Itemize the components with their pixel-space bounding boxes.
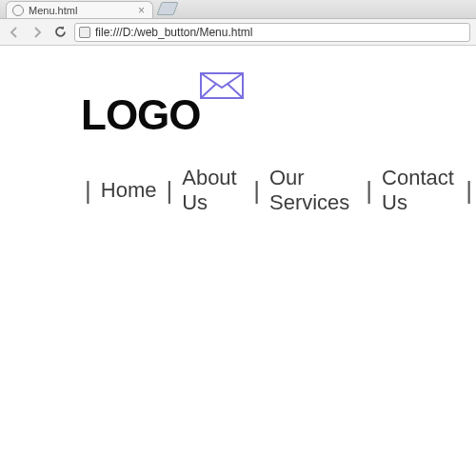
menu-separator: |	[81, 176, 95, 206]
tab-close-icon[interactable]: ×	[138, 4, 145, 17]
browser-tab[interactable]: Menu.html ×	[6, 1, 153, 18]
tab-favicon	[12, 5, 24, 16]
logo-area: LOGO	[81, 74, 201, 139]
menu-item-about[interactable]: About Us	[176, 166, 249, 215]
page-content: LOGO | Home | About Us | Our Services | …	[0, 46, 476, 215]
url-text: file:///D:/web_button/Menu.html	[95, 26, 252, 39]
menu-separator: |	[249, 176, 264, 206]
tab-title: Menu.html	[29, 5, 134, 16]
reload-button[interactable]	[51, 24, 69, 41]
menu-item-services[interactable]: Our Services	[264, 166, 362, 215]
page-icon	[79, 27, 90, 38]
browser-toolbar: file:///D:/web_button/Menu.html	[0, 19, 476, 46]
address-bar[interactable]: file:///D:/web_button/Menu.html	[74, 23, 470, 42]
logo-text: LOGO	[81, 91, 201, 139]
menu-separator: |	[162, 176, 176, 206]
forward-button[interactable]	[29, 24, 46, 41]
menu-separator: |	[362, 176, 376, 206]
menu-item-contact[interactable]: Contact Us	[376, 166, 462, 215]
back-button[interactable]	[6, 24, 23, 41]
menu-item-home[interactable]: Home	[95, 178, 163, 203]
menu-separator: |	[462, 176, 476, 206]
main-menu: | Home | About Us | Our Services | Conta…	[81, 166, 476, 215]
envelope-icon	[200, 72, 244, 103]
browser-tab-strip: Menu.html ×	[0, 0, 476, 19]
new-tab-button[interactable]	[156, 2, 178, 15]
